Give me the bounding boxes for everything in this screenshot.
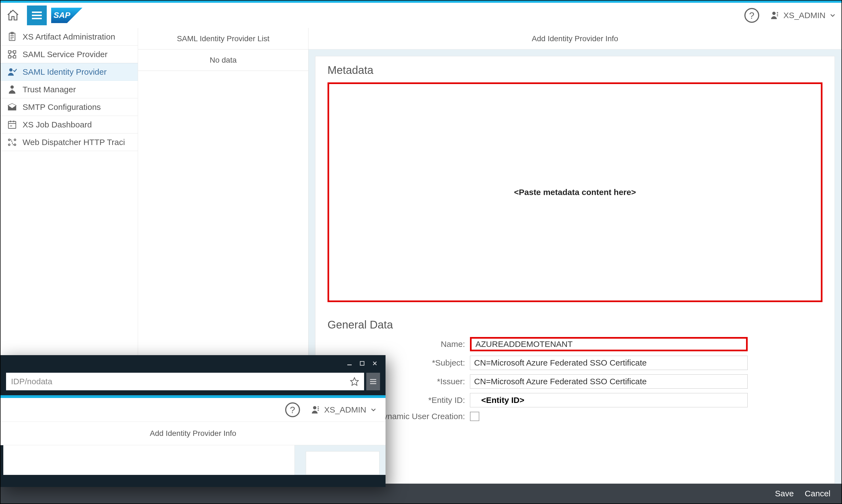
overlay-body [1,445,385,475]
close-icon [372,361,378,366]
overlay-user-name: XS_ADMIN [324,405,366,414]
svg-rect-44 [317,408,319,409]
topbar: SAP ? XS_ADMIN [1,1,841,28]
trace-icon [6,137,18,148]
clipboard-icon [6,31,18,42]
sap-logo: SAP [51,8,83,23]
overlay-browser-menu[interactable] [366,373,380,390]
overlay-minimize-button[interactable] [344,359,355,368]
dynamic-user-checkbox[interactable] [470,412,479,421]
svg-rect-43 [317,407,319,407]
idp-list-title: SAML Identity Provider List [138,28,308,50]
svg-rect-41 [370,383,376,384]
svg-text:SAP: SAP [54,11,70,19]
overlay-url: IDP/nodata [11,377,52,386]
svg-rect-7 [777,14,778,15]
overlay-left-edge [1,445,3,475]
help-icon: ? [290,404,295,415]
overlay-bottom-frame [1,475,385,487]
sidebar-item-xs-artifact[interactable]: XS Artifact Administration [1,28,138,46]
topbar-left: SAP [3,5,83,25]
svg-rect-15 [14,51,16,53]
row-dynamic-user: Dynamic User Creation: [327,412,823,421]
chevron-down-icon [370,406,377,414]
metadata-textarea[interactable]: <Paste metadata content here> [327,83,823,302]
sidebar-item-smtp[interactable]: SMTP Configurations [1,98,138,116]
user-tie-icon [6,84,18,95]
user-name: XS_ADMIN [784,11,825,20]
help-icon: ? [749,10,754,21]
overlay-user-menu[interactable]: XS_ADMIN [311,405,377,415]
home-icon [6,8,20,22]
svg-point-31 [14,139,16,141]
overlay-chrome: IDP/nodata [1,372,385,395]
label-name: Name: [327,340,465,349]
sidebar-item-label: XS Artifact Administration [22,32,115,41]
overlay-help-button[interactable]: ? [285,402,300,417]
svg-rect-39 [370,379,376,380]
sidebar-item-web-dispatcher[interactable]: Web Dispatcher HTTP Traci [1,133,138,151]
help-button[interactable]: ? [744,8,759,23]
home-button[interactable] [3,6,22,25]
overlay-address-bar[interactable]: IDP/nodata [6,373,364,390]
overlay-close-button[interactable] [369,359,381,368]
svg-point-33 [14,144,16,146]
svg-marker-38 [350,378,358,385]
sidebar-item-saml-sp[interactable]: SAML Service Provider [1,46,138,63]
menu-toggle-button[interactable] [27,5,47,25]
chevron-down-icon [829,12,837,19]
overlay-content-header: Add Identity Provider Info [1,421,385,445]
save-button[interactable]: Save [775,489,794,498]
metadata-placeholder: <Paste metadata content here> [514,187,636,197]
overlay-accent-line [1,395,385,398]
entity-id-input[interactable] [470,393,748,407]
star-icon[interactable] [350,377,359,386]
calendar-icon [6,119,18,130]
svg-point-42 [313,406,316,410]
user-icon [311,405,321,415]
metadata-title: Metadata [327,64,823,76]
user-menu[interactable]: XS_ADMIN [770,11,837,20]
svg-rect-6 [777,12,778,13]
content: Add Identity Provider Info Metadata <Pas… [309,28,841,484]
svg-point-23 [11,86,14,89]
general-data-title: General Data [327,319,823,331]
svg-point-22 [10,68,13,72]
svg-rect-0 [32,12,42,13]
maximize-icon [359,361,365,366]
idp-list-empty: No data [138,50,308,71]
subject-input[interactable] [470,356,748,370]
content-header: Add Identity Provider Info [309,28,841,50]
panel: Metadata <Paste metadata content here> G… [315,56,835,484]
user-check-icon [6,67,18,77]
svg-point-5 [772,12,775,15]
cancel-button[interactable]: Cancel [805,489,830,498]
overlay-window: IDP/nodata ? XS_ADMIN Add Identity Provi… [1,355,385,487]
overlay-maximize-button[interactable] [356,359,368,368]
sidebar-item-xs-job[interactable]: XS Job Dashboard [1,116,138,133]
issuer-input[interactable] [470,374,748,389]
mail-icon [6,102,18,113]
name-input[interactable] [470,337,748,351]
topbar-right: ? XS_ADMIN [744,8,837,23]
hamburger-icon [30,9,44,22]
row-entity: Entity ID: [327,393,823,407]
overlay-titlebar [1,355,385,372]
svg-rect-45 [317,410,319,411]
user-icon [770,11,780,20]
minimize-icon [347,361,352,366]
sidebar-item-saml-idp[interactable]: SAML Identity Provider [1,63,138,81]
row-subject: Subject: [327,356,823,370]
svg-rect-2 [32,18,42,19]
sidebar-item-trust-manager[interactable]: Trust Manager [1,81,138,98]
svg-rect-17 [14,55,16,58]
grid-icon [6,49,18,60]
content-outer: Metadata <Paste metadata content here> G… [309,50,841,484]
sidebar-item-label: SAML Service Provider [22,50,107,59]
svg-point-30 [8,139,10,141]
svg-rect-8 [777,15,778,16]
overlay-pane-right [295,445,385,475]
hamburger-icon [369,377,377,385]
svg-rect-35 [360,361,364,365]
svg-point-32 [8,144,10,146]
